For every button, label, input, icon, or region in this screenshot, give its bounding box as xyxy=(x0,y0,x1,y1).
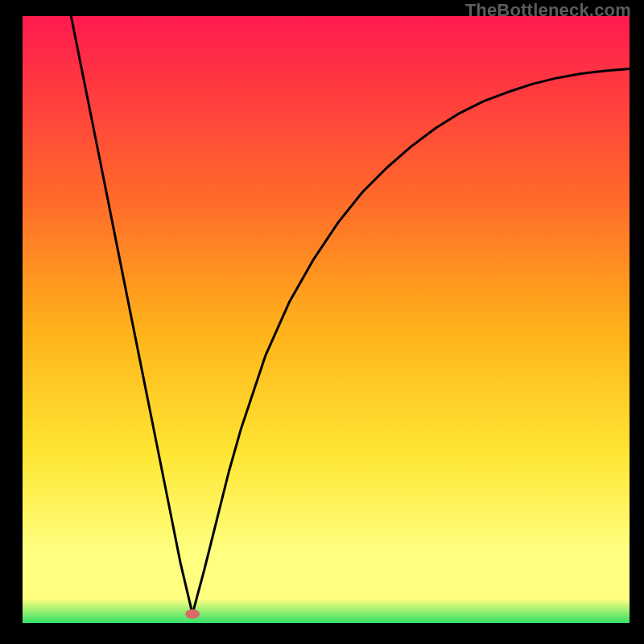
minimum-marker xyxy=(185,609,200,619)
chart-frame xyxy=(23,16,630,623)
gradient-background xyxy=(23,16,630,623)
bottleneck-chart xyxy=(23,16,630,623)
